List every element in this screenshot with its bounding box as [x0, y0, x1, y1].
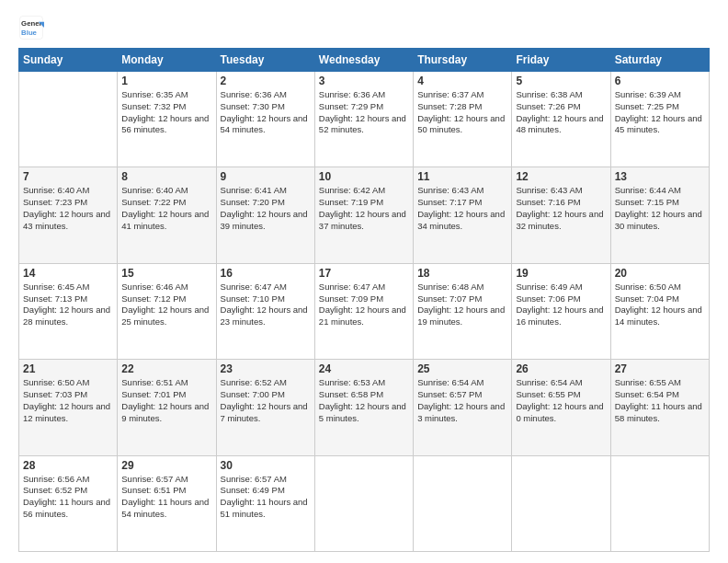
day-cell: 11Sunrise: 6:43 AMSunset: 7:17 PMDayligh… [414, 167, 512, 263]
day-number: 14 [23, 267, 113, 280]
day-number: 27 [615, 362, 705, 375]
day-cell: 15Sunrise: 6:46 AMSunset: 7:12 PMDayligh… [118, 263, 216, 359]
day-info: Sunrise: 6:45 AMSunset: 7:13 PMDaylight:… [23, 282, 113, 328]
day-cell: 3Sunrise: 6:36 AMSunset: 7:29 PMDaylight… [314, 72, 413, 167]
day-info: Sunrise: 6:43 AMSunset: 7:16 PMDaylight:… [516, 185, 606, 232]
calendar-table: SundayMondayTuesdayWednesdayThursdayFrid… [18, 48, 710, 552]
day-number: 3 [319, 75, 409, 87]
day-cell: 1Sunrise: 6:35 AMSunset: 7:32 PMDaylight… [118, 72, 216, 167]
day-info: Sunrise: 6:40 AMSunset: 7:23 PMDaylight:… [23, 185, 113, 232]
day-cell: 17Sunrise: 6:47 AMSunset: 7:09 PMDayligh… [314, 263, 413, 359]
day-info: Sunrise: 6:41 AMSunset: 7:20 PMDaylight:… [221, 185, 311, 232]
day-number: 28 [23, 459, 113, 472]
day-number: 9 [221, 170, 311, 183]
week-row-1: 1Sunrise: 6:35 AMSunset: 7:32 PMDaylight… [19, 72, 710, 167]
day-info: Sunrise: 6:54 AMSunset: 6:57 PMDaylight:… [417, 377, 507, 424]
day-number: 6 [615, 75, 705, 87]
day-cell: 30Sunrise: 6:57 AMSunset: 6:49 PMDayligh… [216, 455, 314, 551]
day-cell: 19Sunrise: 6:49 AMSunset: 7:06 PMDayligh… [512, 263, 610, 359]
week-row-3: 14Sunrise: 6:45 AMSunset: 7:13 PMDayligh… [19, 263, 710, 359]
day-cell: 7Sunrise: 6:40 AMSunset: 7:23 PMDaylight… [19, 167, 118, 263]
day-number: 13 [615, 170, 705, 183]
day-info: Sunrise: 6:38 AMSunset: 7:26 PMDaylight:… [516, 89, 606, 136]
day-cell: 25Sunrise: 6:54 AMSunset: 6:57 PMDayligh… [414, 360, 512, 455]
day-cell: 26Sunrise: 6:54 AMSunset: 6:55 PMDayligh… [512, 360, 610, 455]
day-info: Sunrise: 6:40 AMSunset: 7:22 PMDaylight:… [121, 185, 211, 232]
day-cell: 24Sunrise: 6:53 AMSunset: 6:58 PMDayligh… [314, 360, 413, 455]
day-cell: 20Sunrise: 6:50 AMSunset: 7:04 PMDayligh… [610, 263, 709, 359]
day-cell: 10Sunrise: 6:42 AMSunset: 7:19 PMDayligh… [314, 167, 413, 263]
day-number: 23 [221, 362, 311, 375]
day-cell: 22Sunrise: 6:51 AMSunset: 7:01 PMDayligh… [118, 360, 216, 455]
day-number: 20 [615, 267, 705, 280]
day-cell: 4Sunrise: 6:37 AMSunset: 7:28 PMDaylight… [414, 72, 512, 167]
weekday-header-row: SundayMondayTuesdayWednesdayThursdayFrid… [19, 49, 710, 72]
day-cell: 6Sunrise: 6:39 AMSunset: 7:25 PMDaylight… [610, 72, 709, 167]
day-number: 22 [121, 362, 211, 375]
day-number: 16 [221, 267, 311, 280]
day-number: 1 [121, 75, 211, 87]
day-number: 24 [319, 362, 409, 375]
day-info: Sunrise: 6:47 AMSunset: 7:09 PMDaylight:… [319, 282, 409, 328]
day-number: 10 [319, 170, 409, 183]
header: General Blue [18, 15, 710, 40]
weekday-header-friday: Friday [512, 49, 610, 72]
weekday-header-thursday: Thursday [414, 49, 512, 72]
day-cell: 28Sunrise: 6:56 AMSunset: 6:52 PMDayligh… [19, 455, 118, 551]
day-info: Sunrise: 6:50 AMSunset: 7:03 PMDaylight:… [23, 377, 113, 424]
day-number: 19 [516, 267, 606, 280]
day-number: 4 [417, 75, 507, 87]
day-info: Sunrise: 6:51 AMSunset: 7:01 PMDaylight:… [121, 377, 211, 424]
day-cell [512, 455, 610, 551]
day-number: 18 [417, 267, 507, 280]
day-info: Sunrise: 6:56 AMSunset: 6:52 PMDaylight:… [23, 474, 113, 521]
day-info: Sunrise: 6:42 AMSunset: 7:19 PMDaylight:… [319, 185, 409, 232]
weekday-header-saturday: Saturday [610, 49, 709, 72]
day-cell: 27Sunrise: 6:55 AMSunset: 6:54 PMDayligh… [610, 360, 709, 455]
day-number: 2 [221, 75, 311, 87]
weekday-header-monday: Monday [118, 49, 216, 72]
day-cell: 13Sunrise: 6:44 AMSunset: 7:15 PMDayligh… [610, 167, 709, 263]
day-info: Sunrise: 6:39 AMSunset: 7:25 PMDaylight:… [615, 89, 705, 136]
day-number: 17 [319, 267, 409, 280]
day-cell: 18Sunrise: 6:48 AMSunset: 7:07 PMDayligh… [414, 263, 512, 359]
day-info: Sunrise: 6:57 AMSunset: 6:51 PMDaylight:… [121, 474, 211, 521]
day-info: Sunrise: 6:36 AMSunset: 7:29 PMDaylight:… [319, 89, 409, 136]
day-info: Sunrise: 6:52 AMSunset: 7:00 PMDaylight:… [221, 377, 311, 424]
day-cell: 23Sunrise: 6:52 AMSunset: 7:00 PMDayligh… [216, 360, 314, 455]
weekday-header-sunday: Sunday [19, 49, 118, 72]
day-number: 29 [121, 459, 211, 472]
week-row-4: 21Sunrise: 6:50 AMSunset: 7:03 PMDayligh… [19, 360, 710, 455]
day-info: Sunrise: 6:36 AMSunset: 7:30 PMDaylight:… [221, 89, 311, 136]
day-cell: 14Sunrise: 6:45 AMSunset: 7:13 PMDayligh… [19, 263, 118, 359]
day-info: Sunrise: 6:53 AMSunset: 6:58 PMDaylight:… [319, 377, 409, 424]
day-info: Sunrise: 6:54 AMSunset: 6:55 PMDaylight:… [516, 377, 606, 424]
day-info: Sunrise: 6:43 AMSunset: 7:17 PMDaylight:… [417, 185, 507, 232]
day-info: Sunrise: 6:37 AMSunset: 7:28 PMDaylight:… [417, 89, 507, 136]
week-row-2: 7Sunrise: 6:40 AMSunset: 7:23 PMDaylight… [19, 167, 710, 263]
logo: General Blue [18, 15, 44, 40]
day-cell [610, 455, 709, 551]
day-info: Sunrise: 6:46 AMSunset: 7:12 PMDaylight:… [121, 282, 211, 328]
day-number: 26 [516, 362, 606, 375]
day-number: 8 [121, 170, 211, 183]
day-info: Sunrise: 6:50 AMSunset: 7:04 PMDaylight:… [615, 282, 705, 328]
page: General Blue SundayMondayTuesdayWednesda… [0, 0, 728, 563]
day-cell: 21Sunrise: 6:50 AMSunset: 7:03 PMDayligh… [19, 360, 118, 455]
svg-text:Blue: Blue [21, 29, 38, 37]
day-cell: 8Sunrise: 6:40 AMSunset: 7:22 PMDaylight… [118, 167, 216, 263]
day-cell: 2Sunrise: 6:36 AMSunset: 7:30 PMDaylight… [216, 72, 314, 167]
day-info: Sunrise: 6:47 AMSunset: 7:10 PMDaylight:… [221, 282, 311, 328]
day-info: Sunrise: 6:35 AMSunset: 7:32 PMDaylight:… [121, 89, 211, 136]
day-info: Sunrise: 6:48 AMSunset: 7:07 PMDaylight:… [417, 282, 507, 328]
day-info: Sunrise: 6:57 AMSunset: 6:49 PMDaylight:… [221, 474, 311, 521]
day-cell: 5Sunrise: 6:38 AMSunset: 7:26 PMDaylight… [512, 72, 610, 167]
day-cell: 29Sunrise: 6:57 AMSunset: 6:51 PMDayligh… [118, 455, 216, 551]
day-number: 5 [516, 75, 606, 87]
day-info: Sunrise: 6:44 AMSunset: 7:15 PMDaylight:… [615, 185, 705, 232]
day-number: 30 [221, 459, 311, 472]
logo-icon: General Blue [18, 15, 44, 40]
day-number: 11 [417, 170, 507, 183]
day-cell [314, 455, 413, 551]
day-cell: 16Sunrise: 6:47 AMSunset: 7:10 PMDayligh… [216, 263, 314, 359]
